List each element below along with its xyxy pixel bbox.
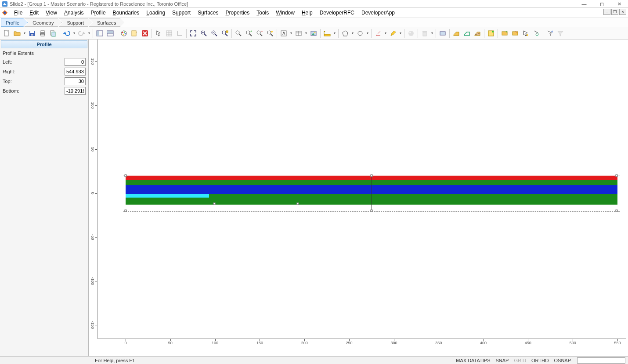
menu-loading[interactable]: Loading bbox=[144, 9, 168, 17]
ruler-dropdown[interactable]: ▾ bbox=[333, 31, 336, 35]
magnifier-reset-button[interactable] bbox=[265, 29, 275, 38]
circle-button[interactable] bbox=[355, 29, 365, 38]
grid-button[interactable] bbox=[164, 29, 174, 38]
pencil-button[interactable] bbox=[388, 29, 398, 38]
zoom-window-button[interactable] bbox=[220, 29, 230, 38]
undo-dropdown[interactable]: ▾ bbox=[72, 31, 76, 35]
text-dropdown[interactable]: ▾ bbox=[289, 31, 293, 35]
undo-button[interactable] bbox=[62, 29, 72, 38]
drawing-canvas[interactable] bbox=[97, 40, 626, 339]
tab-surfaces[interactable]: Surfaces bbox=[89, 18, 124, 27]
zoom-extents-button[interactable] bbox=[188, 29, 198, 38]
handle-p2[interactable] bbox=[297, 202, 299, 205]
menu-developerapp[interactable]: DeveloperApp bbox=[359, 9, 397, 17]
doc-restore-button[interactable]: ❐ bbox=[611, 9, 618, 15]
menu-support[interactable]: Support bbox=[170, 9, 193, 17]
layers-panel-button[interactable] bbox=[486, 29, 496, 38]
right-input[interactable] bbox=[65, 68, 86, 76]
close-button[interactable]: ✕ bbox=[610, 0, 628, 8]
save-button[interactable] bbox=[27, 29, 37, 38]
menu-file[interactable]: File bbox=[11, 9, 25, 17]
slope-fill-button[interactable] bbox=[451, 29, 461, 38]
table-dropdown[interactable]: ▾ bbox=[304, 31, 308, 35]
handle-tm[interactable] bbox=[371, 175, 373, 177]
magnifier-plus-button[interactable]: + bbox=[244, 29, 254, 38]
script-button[interactable] bbox=[130, 29, 139, 38]
export-button[interactable] bbox=[545, 29, 555, 38]
top-input[interactable] bbox=[65, 77, 86, 85]
cancel-button[interactable] bbox=[140, 29, 150, 38]
text-tool-button[interactable]: A bbox=[279, 29, 289, 38]
angle-dropdown[interactable]: ▾ bbox=[384, 31, 387, 35]
handle-bl[interactable] bbox=[125, 210, 127, 212]
cursor-pick-button[interactable] bbox=[521, 29, 531, 38]
angle-button[interactable] bbox=[373, 29, 383, 38]
magnifier-button[interactable] bbox=[234, 29, 243, 38]
left-input[interactable] bbox=[65, 58, 86, 66]
menu-tools[interactable]: Tools bbox=[254, 9, 271, 17]
doc-close-button[interactable]: × bbox=[619, 9, 626, 15]
circle-dropdown[interactable]: ▾ bbox=[366, 31, 369, 35]
zoom-in-button[interactable] bbox=[199, 29, 209, 38]
pick-point-button[interactable] bbox=[531, 29, 541, 38]
toggle-max-datatips[interactable]: MAX DATATIPS bbox=[456, 358, 490, 363]
doc-minimize-button[interactable]: – bbox=[603, 9, 610, 15]
open-button[interactable] bbox=[12, 29, 22, 38]
menu-surfaces[interactable]: Surfaces bbox=[195, 9, 221, 17]
redo-dropdown[interactable]: ▾ bbox=[87, 31, 91, 35]
filter-button[interactable] bbox=[556, 29, 565, 38]
tab-profile[interactable]: Profile bbox=[1, 18, 28, 27]
handle-tl[interactable] bbox=[125, 175, 127, 177]
menu-window[interactable]: Window bbox=[273, 9, 297, 17]
image-button[interactable] bbox=[309, 29, 318, 38]
tab-geometry[interactable]: Geometry bbox=[24, 18, 62, 27]
minimize-button[interactable]: — bbox=[575, 0, 593, 8]
bottom-input[interactable] bbox=[65, 87, 86, 95]
menu-profile[interactable]: Profile bbox=[88, 9, 108, 17]
material-edit-button[interactable] bbox=[510, 29, 520, 38]
menu-analysis[interactable]: Analysis bbox=[61, 9, 87, 17]
handle-br[interactable] bbox=[616, 210, 618, 212]
profile-extents-box[interactable] bbox=[126, 176, 617, 212]
pencil-dropdown[interactable]: ▾ bbox=[399, 31, 402, 35]
menu-help[interactable]: Help bbox=[299, 9, 315, 17]
slope-layers-button[interactable] bbox=[473, 29, 482, 38]
pane-left-button[interactable] bbox=[95, 29, 105, 38]
toggle-ortho[interactable]: ORTHO bbox=[531, 358, 549, 363]
handle-tr[interactable] bbox=[616, 175, 618, 177]
table-button[interactable] bbox=[294, 29, 303, 38]
menu-boundaries[interactable]: Boundaries bbox=[110, 9, 142, 17]
slope-outline-button[interactable] bbox=[462, 29, 472, 38]
zoom-out-button[interactable] bbox=[209, 29, 219, 38]
polygon-dropdown[interactable]: ▾ bbox=[351, 31, 354, 35]
toggle-grid[interactable]: GRID bbox=[514, 358, 526, 363]
material-add-button[interactable]: + bbox=[500, 29, 509, 38]
toggle-osnap[interactable]: OSNAP bbox=[554, 358, 571, 363]
canvas-area[interactable]: 150100500-50-100-150 0501001502002503003… bbox=[89, 40, 628, 356]
delete-dropdown[interactable]: ▾ bbox=[430, 31, 434, 35]
redo-button[interactable] bbox=[77, 29, 87, 38]
menu-developerrfc[interactable]: DeveloperRFC bbox=[317, 9, 357, 17]
maximize-button[interactable]: ◻ bbox=[593, 0, 610, 8]
open-dropdown[interactable]: ▾ bbox=[23, 31, 26, 35]
new-file-button[interactable] bbox=[2, 29, 11, 38]
toggle-snap[interactable]: SNAP bbox=[495, 358, 509, 363]
pane-split-button[interactable] bbox=[105, 29, 115, 38]
magnifier-minus-button[interactable]: − bbox=[255, 29, 264, 38]
delete-button[interactable] bbox=[420, 29, 429, 38]
rectangle-button[interactable] bbox=[438, 29, 448, 38]
axes-button[interactable] bbox=[175, 29, 184, 38]
handle-bm[interactable] bbox=[371, 210, 373, 212]
handle-p1[interactable] bbox=[213, 202, 215, 205]
menu-properties[interactable]: Properties bbox=[223, 9, 253, 17]
print-button[interactable] bbox=[38, 29, 47, 38]
select-button[interactable] bbox=[154, 29, 163, 38]
menu-edit[interactable]: Edit bbox=[27, 9, 41, 17]
ruler-button[interactable] bbox=[322, 29, 332, 38]
menu-view[interactable]: View bbox=[43, 9, 60, 17]
copy-button[interactable] bbox=[48, 29, 58, 38]
palette-button[interactable] bbox=[119, 29, 129, 38]
sphere-button[interactable] bbox=[406, 29, 416, 38]
polygon-button[interactable] bbox=[340, 29, 350, 38]
tab-support[interactable]: Support bbox=[58, 18, 92, 27]
